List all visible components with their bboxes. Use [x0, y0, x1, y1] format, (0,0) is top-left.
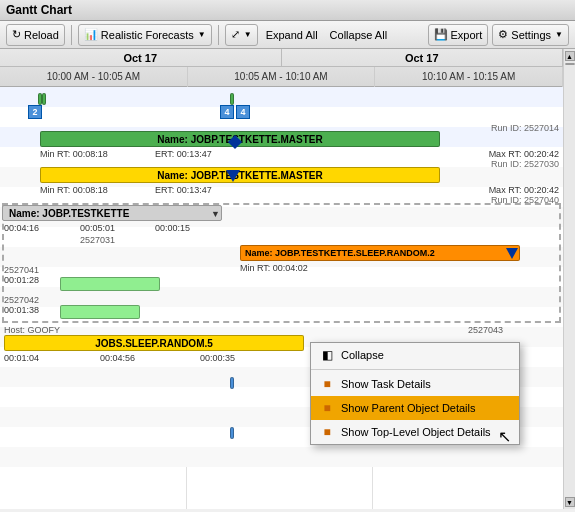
bar-master-2-label: Name: JOBP.TESTKETTE.MASTER — [157, 170, 322, 181]
timeline-header: Oct 17 Oct 17 10:00 AM - 10:05 AM 10:05 … — [0, 49, 563, 87]
host-goofy: Host: GOOFY — [4, 325, 60, 335]
scroll-down-button[interactable]: ▼ — [565, 497, 575, 507]
title-bar: Gantt Chart — [0, 0, 575, 21]
sleep2-min: Min RT: 00:04:02 — [240, 263, 308, 273]
bar-sleep-random2[interactable]: Name: JOBP.TESTKETTE.SLEEP.RANDOM.2 — [240, 245, 520, 261]
bar-master-2-max: Max RT: 00:20:42 — [489, 185, 559, 195]
connector-bar-1 — [230, 377, 234, 389]
timeline-range-3: 10:10 AM - 10:15 AM — [375, 67, 563, 87]
small-green-bar-2 — [60, 305, 140, 319]
timeline-left-date: Oct 17 — [0, 49, 282, 66]
testkette-t3: 00:00:15 — [155, 223, 190, 233]
forecasts-dropdown-arrow: ▼ — [198, 30, 206, 39]
ctx-show-top[interactable]: ■ Show Top-Level Object Details — [311, 420, 519, 444]
expand-all-link[interactable]: Expand All — [262, 27, 322, 43]
scrollbar: ▲ ▼ — [563, 49, 575, 509]
parent-icon: ■ — [319, 400, 335, 416]
settings-button[interactable]: ⚙ Settings ▼ — [492, 24, 569, 46]
scroll-up-button[interactable]: ▲ — [565, 51, 575, 61]
sleep5-t3: 00:00:35 — [200, 353, 235, 363]
sleep5-t1: 00:01:04 — [4, 353, 39, 363]
timeline-range-1: 10:00 AM - 10:05 AM — [0, 67, 188, 87]
badge-2: 2 — [28, 105, 42, 119]
timeline-bottom-row: 10:00 AM - 10:05 AM 10:05 AM - 10:10 AM … — [0, 67, 563, 87]
run-2527041: 2527041 — [4, 265, 39, 275]
bar-sleep-random5[interactable]: JOBS.SLEEP.RANDOM.5 — [4, 335, 304, 351]
bar-sleep2-label: Name: JOBP.TESTKETTE.SLEEP.RANDOM.2 — [245, 248, 435, 258]
gantt-chart-body: 2 4 4 Run ID: 2527014 Name: JOBP.TESTKET… — [0, 87, 563, 509]
export-label: Export — [451, 29, 483, 41]
ctx-show-parent-label: Show Parent Object Details — [341, 402, 476, 414]
ctx-collapse-label: Collapse — [341, 349, 384, 361]
run-2527042: 2527042 — [4, 295, 39, 305]
bar-master-1-max: Max RT: 00:20:42 — [489, 149, 559, 159]
settings-label: Settings — [511, 29, 551, 41]
triangle-2 — [226, 170, 240, 182]
ctx-show-top-label: Show Top-Level Object Details — [341, 426, 491, 438]
reload-icon: ↻ — [12, 28, 21, 41]
reload-label: Reload — [24, 29, 59, 41]
run-id-2527014: Run ID: 2527014 — [491, 123, 559, 133]
testkette-t1: 00:04:16 — [4, 223, 39, 233]
testkette-dropdown[interactable]: ▼ — [211, 209, 220, 219]
collapse-icon: ◧ — [319, 347, 335, 363]
bar-master-2-min: Min RT: 00:08:18 — [40, 185, 108, 195]
resize-icon: ⤢ — [231, 28, 240, 41]
ctx-sep-1 — [311, 369, 519, 370]
sleep5-t2: 00:04:56 — [100, 353, 135, 363]
gantt-row-18 — [0, 447, 563, 467]
resize-button[interactable]: ⤢ ▼ — [225, 24, 258, 46]
window-title: Gantt Chart — [6, 3, 72, 17]
export-button[interactable]: 💾 Export — [428, 24, 489, 46]
gantt-row-1 — [0, 107, 563, 127]
badge-4a: 4 — [220, 105, 234, 119]
cursor-pointer: ↖ — [498, 427, 511, 446]
task-icon: ■ — [319, 376, 335, 392]
forecasts-label: Realistic Forecasts — [101, 29, 194, 41]
sep1 — [71, 25, 72, 45]
ctx-collapse[interactable]: ◧ Collapse — [311, 343, 519, 367]
bar-testkette[interactable]: Name: JOBP.TESTKETTE — [2, 205, 222, 221]
export-icon: 💾 — [434, 28, 448, 41]
run-id-2527030: Run ID: 2527030 — [491, 159, 559, 169]
settings-dropdown-arrow: ▼ — [555, 30, 563, 39]
run-id-2527040: Run ID: 2527040 — [491, 195, 559, 205]
bar-master-1-min: Min RT: 00:08:18 — [40, 149, 108, 159]
small-bar-2 — [42, 93, 46, 105]
top-icon: ■ — [319, 424, 335, 440]
ctx-show-task-label: Show Task Details — [341, 378, 431, 390]
sep2 — [218, 25, 219, 45]
resize-dropdown-arrow: ▼ — [244, 30, 252, 39]
timeline-top-row: Oct 17 Oct 17 — [0, 49, 563, 67]
triangle-sleep2 — [506, 248, 518, 259]
forecast-icon: 📊 — [84, 28, 98, 41]
run-2527031: 2527031 — [80, 235, 115, 245]
extra-time-2: 00:01:38 — [4, 305, 39, 315]
small-green-bar-1 — [60, 277, 160, 291]
toolbar: ↻ Reload 📊 Realistic Forecasts ▼ ⤢ ▼ Exp… — [0, 21, 575, 49]
context-menu: ◧ Collapse ■ Show Task Details ■ Show Pa… — [310, 342, 520, 445]
bar-master-1-ert: ERT: 00:13:47 — [155, 149, 212, 159]
run-2527043: 2527043 — [468, 325, 503, 335]
scroll-track[interactable] — [565, 61, 575, 497]
ctx-show-parent[interactable]: ■ Show Parent Object Details — [311, 396, 519, 420]
collapse-all-link[interactable]: Collapse All — [326, 27, 391, 43]
scroll-thumb[interactable] — [565, 63, 575, 65]
bar-testkette-label: Name: JOBP.TESTKETTE — [9, 208, 129, 219]
connector-bar-2 — [230, 427, 234, 439]
extra-time-1: 00:01:28 — [4, 275, 39, 285]
bar-master-2[interactable]: Name: JOBP.TESTKETTE.MASTER — [40, 167, 440, 183]
bar-sleep5-label: JOBS.SLEEP.RANDOM.5 — [95, 338, 213, 349]
gantt-area: Oct 17 Oct 17 10:00 AM - 10:05 AM 10:05 … — [0, 49, 563, 509]
forecasts-button[interactable]: 📊 Realistic Forecasts ▼ — [78, 24, 212, 46]
gantt-content[interactable]: 2 4 4 Run ID: 2527014 Name: JOBP.TESTKET… — [0, 87, 563, 509]
reload-button[interactable]: ↻ Reload — [6, 24, 65, 46]
timeline-range-2: 10:05 AM - 10:10 AM — [188, 67, 376, 87]
testkette-t2: 00:05:01 — [80, 223, 115, 233]
settings-icon: ⚙ — [498, 28, 508, 41]
timeline-right-date: Oct 17 — [282, 49, 564, 66]
main-area: Oct 17 Oct 17 10:00 AM - 10:05 AM 10:05 … — [0, 49, 575, 509]
gantt-row-0 — [0, 87, 563, 107]
ctx-show-task[interactable]: ■ Show Task Details — [311, 372, 519, 396]
small-bar-3 — [230, 93, 234, 105]
